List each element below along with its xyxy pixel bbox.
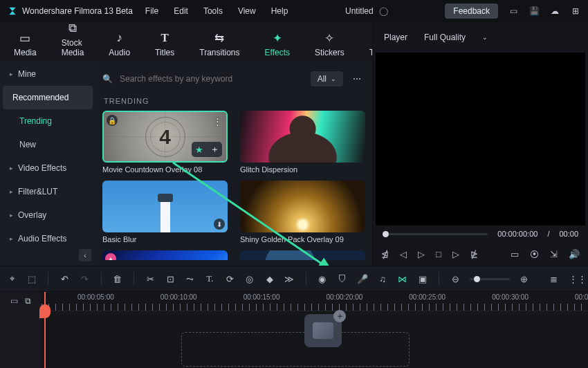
step-fwd-button[interactable]: ▷ bbox=[452, 249, 459, 259]
timeline-settings-icon[interactable]: ⋮⋮ bbox=[569, 274, 581, 284]
timeline-tracks[interactable]: ＋ bbox=[42, 311, 588, 368]
tab-stickers[interactable]: ✧Stickers bbox=[315, 32, 344, 62]
tab-media[interactable]: ▭Media bbox=[14, 32, 37, 62]
display-icon[interactable]: ▭ bbox=[508, 6, 519, 16]
tab-stock-media[interactable]: ⧉Stock Media bbox=[62, 22, 84, 62]
drop-media-placeholder[interactable]: ＋ bbox=[304, 314, 342, 347]
delete-button[interactable]: 🗑 bbox=[112, 274, 122, 284]
cloud-icon[interactable]: ☁ bbox=[549, 6, 560, 16]
document-title-area: Untitled ◯ bbox=[300, 6, 432, 16]
apps-grid-icon[interactable]: ⊞ bbox=[570, 6, 581, 16]
effects-grid: 🔒 ⋮ 4 ★ ＋ Movie Countdown Overlay 08 bbox=[102, 111, 365, 260]
effect-card[interactable]: Glitch Dispersion bbox=[240, 111, 365, 174]
compare-icon[interactable]: ▭ bbox=[511, 249, 519, 259]
sidebar-collapse-button[interactable]: ‹ bbox=[79, 249, 91, 261]
zoom-out-button[interactable]: ⊖ bbox=[450, 274, 461, 284]
render-button[interactable]: ▣ bbox=[417, 274, 428, 284]
sidebar-item-overlay[interactable]: ▸Overlay bbox=[0, 203, 95, 227]
text-button[interactable]: T. bbox=[205, 273, 215, 284]
menu-file[interactable]: File bbox=[145, 6, 158, 16]
empty-clip-slot[interactable] bbox=[181, 332, 410, 367]
crop-button[interactable]: ⊡ bbox=[165, 274, 176, 284]
search-input[interactable] bbox=[118, 73, 305, 84]
link-tracks-icon[interactable]: ⧉ bbox=[25, 296, 31, 306]
step-back-button[interactable]: ◁ bbox=[400, 249, 407, 259]
effect-card[interactable]: Shiny Golden Pack Overlay 09 bbox=[240, 181, 365, 243]
player-seekbar[interactable] bbox=[383, 233, 488, 235]
audio-icon: ♪ bbox=[112, 32, 127, 44]
player-viewport[interactable] bbox=[376, 53, 585, 226]
tab-effects[interactable]: ✦Effects bbox=[265, 32, 290, 62]
favorite-button[interactable]: ★ bbox=[192, 142, 207, 157]
effect-thumb[interactable]: 🔒 ⋮ 4 ★ ＋ bbox=[102, 111, 228, 163]
marker-button[interactable]: ◉ bbox=[317, 274, 327, 284]
sidebar-item-audio-effects[interactable]: ▸Audio Effects bbox=[0, 227, 95, 250]
next-clip-button[interactable]: ⋭ bbox=[470, 249, 478, 259]
play-button[interactable]: ▷ bbox=[418, 249, 425, 259]
card-menu-icon[interactable]: ⋮ bbox=[213, 116, 222, 127]
tab-titles[interactable]: TTitles bbox=[155, 32, 174, 62]
rotate-button[interactable]: ⟳ bbox=[225, 274, 235, 284]
color-button[interactable]: ◎ bbox=[244, 274, 255, 284]
effect-card[interactable]: 🔒 ⋮ 4 ★ ＋ Movie Countdown Overlay 08 bbox=[102, 111, 228, 174]
zoom-slider[interactable] bbox=[470, 278, 509, 280]
effect-thumb[interactable] bbox=[240, 250, 365, 260]
pointer-tool-icon[interactable]: ⌖ bbox=[7, 273, 17, 284]
speed-button[interactable]: ⤳ bbox=[185, 274, 195, 284]
sidebar-item-trending[interactable]: Trending bbox=[0, 109, 95, 133]
volume-button[interactable]: 🔊 bbox=[569, 249, 580, 259]
save-icon[interactable]: 💾 bbox=[529, 6, 540, 16]
effect-thumb[interactable]: ♦ bbox=[102, 250, 228, 260]
tab-transitions[interactable]: ⇆Transitions bbox=[199, 32, 239, 62]
sidebar-item-recommended[interactable]: Recommended bbox=[3, 86, 93, 109]
stop-button[interactable]: □ bbox=[436, 249, 441, 259]
tab-audio[interactable]: ♪Audio bbox=[109, 32, 130, 62]
redo-button[interactable]: ↷ bbox=[80, 274, 90, 284]
add-media-button[interactable]: ＋ bbox=[333, 310, 346, 322]
magnet-button[interactable]: ⋈ bbox=[398, 274, 408, 284]
menu-help[interactable]: Help bbox=[271, 6, 288, 16]
menu-view[interactable]: View bbox=[238, 6, 256, 16]
track-lock-icon[interactable]: ⛉ bbox=[337, 274, 347, 284]
sidebar-item-filter-lut[interactable]: ▸Filter&LUT bbox=[0, 180, 95, 203]
audio-mix-button[interactable]: ♫ bbox=[378, 274, 388, 284]
menu-edit[interactable]: Edit bbox=[174, 6, 188, 16]
sidebar-item-new[interactable]: New bbox=[0, 133, 95, 156]
add-button[interactable]: ＋ bbox=[207, 142, 222, 157]
sidebar-item-video-effects[interactable]: ▸Video Effects bbox=[0, 156, 95, 180]
keyframe-button[interactable]: ◆ bbox=[264, 274, 275, 284]
effect-card[interactable]: ♦ bbox=[102, 250, 228, 260]
sidebar-item-label: Trending bbox=[19, 116, 52, 126]
zoom-in-button[interactable]: ⊕ bbox=[520, 274, 530, 284]
more-options-button[interactable]: ⋯ bbox=[349, 71, 365, 87]
markers-icon[interactable]: ⇲ bbox=[550, 249, 558, 259]
effect-card[interactable]: ⬇ Basic Blur bbox=[102, 181, 228, 243]
effect-label: Shiny Golden Pack Overlay 09 bbox=[240, 235, 365, 243]
effect-thumb[interactable] bbox=[240, 181, 365, 232]
document-title[interactable]: Untitled bbox=[345, 6, 374, 16]
timeline-list-icon[interactable]: ≣ bbox=[549, 274, 559, 284]
download-icon[interactable]: ⬇ bbox=[214, 219, 225, 230]
effect-thumb[interactable] bbox=[240, 111, 365, 163]
effect-thumb[interactable]: ⬇ bbox=[102, 181, 228, 232]
player-duration: 00:00 bbox=[559, 230, 578, 238]
undo-button[interactable]: ↶ bbox=[59, 274, 70, 284]
split-button[interactable]: ✂ bbox=[145, 274, 156, 284]
more-tools-button[interactable]: ≫ bbox=[284, 274, 295, 284]
feedback-button[interactable]: Feedback bbox=[445, 3, 498, 19]
snapshot-button[interactable]: ⦿ bbox=[530, 249, 539, 259]
track-view-icon[interactable]: ▭ bbox=[10, 296, 18, 306]
effect-card[interactable] bbox=[240, 250, 365, 260]
filter-label: All bbox=[318, 74, 327, 84]
voice-button[interactable]: 🎤 bbox=[357, 274, 368, 284]
sidebar-item-mine[interactable]: ▸Mine bbox=[0, 62, 95, 86]
select-tool-icon[interactable]: ⬚ bbox=[27, 274, 37, 284]
timeline-ruler[interactable]: 00:00:05:0000:00:10:0000:00:15:0000:00:2… bbox=[42, 292, 588, 311]
filter-dropdown[interactable]: All ⌄ bbox=[311, 71, 343, 86]
prev-clip-button[interactable]: ⋬ bbox=[381, 249, 389, 259]
quality-dropdown[interactable]: Full Quality ⌄ bbox=[424, 33, 488, 42]
section-title: TRENDING bbox=[104, 97, 365, 105]
timeline-area[interactable]: 00:00:05:0000:00:10:0000:00:15:0000:00:2… bbox=[42, 292, 588, 368]
menu-tools[interactable]: Tools bbox=[203, 6, 223, 16]
sidebar-item-label: Mine bbox=[18, 69, 36, 79]
